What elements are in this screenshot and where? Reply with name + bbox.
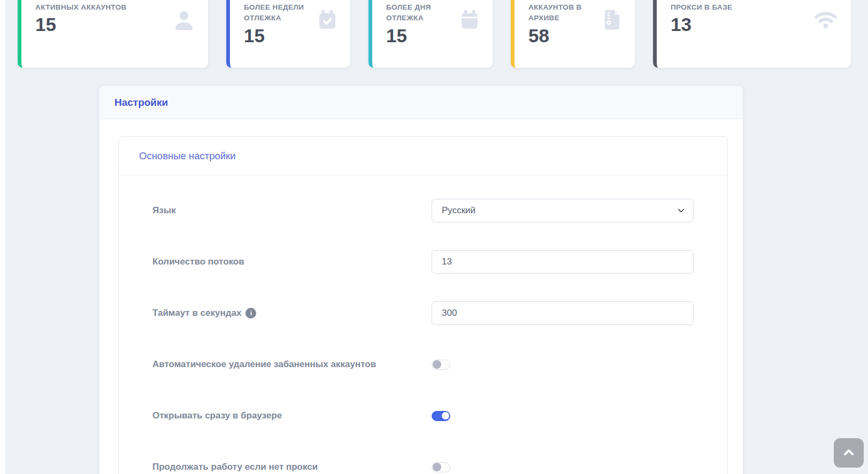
main-settings-section: Основные настройки Язык Русский [118,136,728,474]
settings-card-header: Настройки [99,86,743,119]
user-icon [172,9,196,33]
form-row-threads: Количество потоков [152,250,703,274]
stat-card-day-rest: БОЛЕЕ ДНЯ ОТЛЕЖКА 15 [368,0,493,68]
stat-card-label: БОЛЕЕ НЕДЕЛИ ОТЛЕЖКА [244,2,316,24]
threads-input[interactable] [432,250,694,274]
timeout-label: Таймаут в секундах [152,308,241,318]
language-label: Язык [152,205,176,216]
main-settings-title: Основные настройки [139,150,235,162]
page-left-edge [0,0,5,474]
settings-card: Настройки Основные настройки Язык Русски… [99,86,743,474]
stat-card-value: 58 [528,26,602,46]
stat-card-proxies: ПРОКСИ В БАЗЕ 13 [653,0,851,68]
continue-without-proxy-toggle[interactable] [432,462,450,472]
main-settings-form: Язык Русский [119,175,727,474]
stat-card-label: БОЛЕЕ ДНЯ ОТЛЕЖКА [386,2,458,24]
stat-card-value: 15 [35,14,127,35]
auto-delete-banned-toggle[interactable] [432,360,450,370]
stat-card-archived-accounts: АККАУНТОВ В АРХИВЕ 58 [511,0,635,68]
auto-delete-banned-label: Автоматическое удаление забаненных аккау… [152,359,376,370]
calendar-icon [458,9,481,31]
form-row-open-in-browser: Открывать сразу в браузере [152,404,703,428]
form-row-auto-delete-banned: Автоматическое удаление забаненных аккау… [152,353,703,376]
form-row-timeout: Таймаут в секундах i [152,301,703,325]
form-row-language: Язык Русский [152,199,703,222]
toggle-knob [433,463,441,471]
open-in-browser-toggle[interactable] [432,411,450,421]
calendar-check-icon [316,9,339,31]
stat-card-value: 15 [386,26,458,46]
stat-card-active-accounts: АКТИВНЫХ АККАУНТОВ 15 [18,0,208,68]
main-settings-header: Основные настройки [119,137,727,175]
settings-card-body: Основные настройки Язык Русский [99,119,743,474]
chevron-up-icon [843,448,855,457]
settings-title: Настройки [114,97,168,108]
language-select-value: Русский [442,205,475,216]
open-in-browser-label: Открывать сразу в браузере [152,410,282,421]
stat-card-value: 13 [671,14,732,35]
toggle-knob [433,360,441,369]
language-select[interactable]: Русский [432,199,694,222]
chevron-down-icon [678,206,685,215]
timeout-input[interactable] [432,301,694,325]
toggle-knob [442,412,449,419]
scroll-to-top-button[interactable] [834,438,864,468]
zip-file-icon [602,9,623,31]
stat-card-label: ПРОКСИ В БАЗЕ [671,2,732,13]
stat-card-label: АККАУНТОВ В АРХИВЕ [528,2,602,24]
continue-without-proxy-label: Продолжать работу если нет прокси [152,462,318,472]
wifi-icon [812,9,839,31]
stat-cards-row: АКТИВНЫХ АККАУНТОВ 15 БОЛЕЕ НЕДЕЛИ ОТЛЕЖ… [18,0,851,68]
info-icon[interactable]: i [245,308,256,318]
stat-card-week-rest: БОЛЕЕ НЕДЕЛИ ОТЛЕЖКА 15 [226,0,350,68]
stat-card-label: АКТИВНЫХ АККАУНТОВ [35,2,127,13]
stat-card-value: 15 [244,26,316,46]
threads-label: Количество потоков [152,257,244,267]
form-row-continue-without-proxy: Продолжать работу если нет прокси [152,455,703,474]
